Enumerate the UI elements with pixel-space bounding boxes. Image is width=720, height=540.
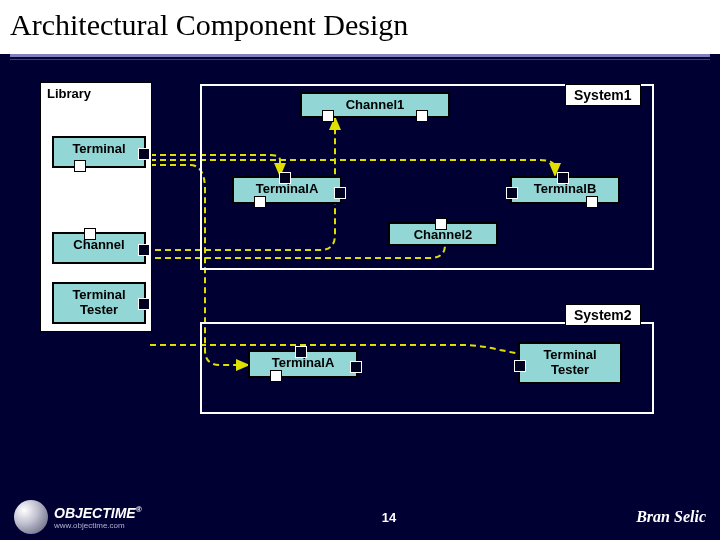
library-terminal-label: Terminal — [60, 141, 138, 156]
system2-tester: Terminal Tester — [518, 342, 622, 384]
port-icon — [557, 172, 569, 184]
author: Bran Selic — [636, 508, 706, 526]
library-label: Library — [47, 86, 91, 101]
diagram-stage: Library Terminal Channel Terminal Tester… — [0, 60, 720, 480]
system1-terminalA: TerminalA — [232, 176, 342, 204]
logo-name: OBJECTIME — [54, 505, 136, 521]
port-icon — [322, 110, 334, 122]
port-icon — [279, 172, 291, 184]
port-icon — [138, 148, 150, 160]
port-icon — [254, 196, 266, 208]
logo-url: www.objectime.com — [54, 521, 142, 530]
library-tester-label: Terminal Tester — [60, 287, 138, 317]
port-icon — [270, 370, 282, 382]
port-icon — [416, 110, 428, 122]
port-icon — [506, 187, 518, 199]
port-icon — [514, 360, 526, 372]
logo-text: OBJECTIME® www.objectime.com — [54, 505, 142, 530]
port-icon — [138, 244, 150, 256]
system1-label: System1 — [565, 84, 641, 106]
port-icon — [74, 160, 86, 172]
library-tester: Terminal Tester — [52, 282, 146, 324]
port-icon — [295, 346, 307, 358]
divider — [10, 54, 710, 57]
system1-terminalB: TerminalB — [510, 176, 620, 204]
page-number: 14 — [382, 510, 396, 525]
system2-terminalA: TerminalA — [248, 350, 358, 378]
logo: OBJECTIME® www.objectime.com — [14, 500, 142, 534]
port-icon — [435, 218, 447, 230]
port-icon — [350, 361, 362, 373]
system1-channel2: Channel2 — [388, 222, 498, 246]
system1-channel1: Channel1 — [300, 92, 450, 118]
port-icon — [334, 187, 346, 199]
port-icon — [138, 298, 150, 310]
library-terminal: Terminal — [52, 136, 146, 168]
slide-title: Architectural Component Design — [0, 0, 720, 54]
port-icon — [84, 228, 96, 240]
footer: OBJECTIME® www.objectime.com 14 Bran Sel… — [0, 500, 720, 534]
library-channel: Channel — [52, 232, 146, 264]
library-channel-label: Channel — [60, 237, 138, 252]
system2-label: System2 — [565, 304, 641, 326]
logo-icon — [14, 500, 48, 534]
system2-tester-label: Terminal Tester — [526, 347, 614, 377]
port-icon — [586, 196, 598, 208]
